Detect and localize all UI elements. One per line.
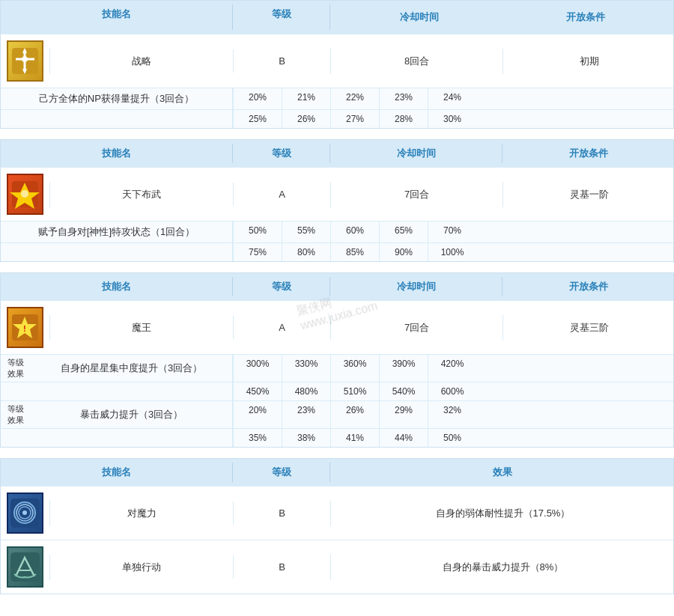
skill3-eff1-r1-v1: 300%: [233, 355, 282, 382]
passive1-level: B: [233, 501, 330, 525]
skill3-level: A: [233, 316, 330, 339]
skill1-name: 战略: [49, 49, 233, 74]
skill2-header-level: 等级: [233, 144, 330, 163]
skill1-eff-row1: 己方全体的NP获得量提升（3回合） 20% 21% 22% 23% 24%: [1, 88, 673, 109]
skill3-eff2-label-tag: 等级效果: [1, 401, 31, 428]
passive1-icon: [7, 493, 43, 534]
skill1-eff-label2: [1, 110, 233, 128]
skill1-header-unlock: 开放条件: [503, 7, 669, 27]
zhanlie-icon-svg: [8, 44, 42, 78]
skill2-name: 天下布武: [49, 182, 233, 207]
skill3-eff2-r2-v2: 38%: [282, 429, 330, 447]
skill1-cooldown: 8回合: [330, 49, 503, 74]
passive2-name: 单独行动: [49, 555, 233, 580]
skill2-eff-r1-v3: 60%: [330, 222, 379, 243]
dandu-icon-svg: [8, 550, 42, 584]
skill2-row: 天下布武 A 7回合 灵基一阶: [1, 167, 673, 221]
skill3-eff1-r2-v2: 480%: [282, 382, 330, 400]
passive-header-name: 技能名: [1, 463, 233, 482]
skill3-eff1-r1-v4: 390%: [379, 355, 428, 382]
skill3-eff2-r1-v4: 29%: [379, 401, 428, 428]
skill3-header-name: 技能名: [1, 277, 233, 296]
skill3-section: 技能名 等级 冷却时间 开放条件 ! 魔王 A 7回合 灵基三阶 等级效果 自身…: [0, 272, 674, 448]
skill3-eff1-label-tag: 等级效果: [1, 355, 31, 382]
skill3-unlock: 灵基三阶: [503, 315, 674, 341]
passive2-row: 单独行动 B 自身的暴击威力提升（8%）: [1, 540, 673, 594]
skill3-cooldown: 7回合: [330, 315, 503, 341]
skill2-level: A: [233, 183, 330, 206]
skill3-header-level: 等级: [233, 277, 330, 296]
passive1-row: 对魔力 B 自身的弱体耐性提升（17.5%）: [1, 486, 673, 540]
tianxia-icon-svg: [8, 177, 42, 211]
skill1-eff-label: 己方全体的NP获得量提升（3回合）: [1, 88, 233, 109]
passive2-effect: 自身的暴击威力提升（8%）: [330, 555, 674, 580]
skill2-section: 技能名 等级 冷却时间 开放条件 天下布武 A 7回合 灵基一阶 赋予自身对[神…: [0, 139, 674, 262]
skill1-eff-r2-v2: 26%: [282, 110, 330, 128]
skill2-eff-r2-v1: 75%: [233, 243, 282, 261]
skill3-eff2-r2-v1: 35%: [233, 429, 282, 447]
skill3-icon-cell: !: [1, 301, 49, 354]
skill3-eff2-r1-v2: 23%: [282, 401, 330, 428]
skill1-eff-r1-v3: 22%: [330, 88, 379, 109]
skill1-level: B: [233, 49, 330, 73]
skill1-icon-cell: [1, 34, 49, 88]
passive-header-level: 等级: [233, 463, 330, 482]
skill3-eff1-r1-v5: 420%: [428, 355, 476, 382]
skill3-eff2-r1-v3: 26%: [330, 401, 379, 428]
skill1-icon: [7, 40, 43, 82]
skill2-eff-row2: 75% 80% 85% 90% 100%: [1, 243, 673, 261]
skill3-eff2-r1-v1: 20%: [233, 401, 282, 428]
skill3-eff2-r2-v3: 41%: [330, 429, 379, 447]
skill3-header-unlock: 开放条件: [503, 277, 674, 296]
skill2-eff-r1-v2: 55%: [282, 222, 330, 243]
skill3-eff1-r2-v1: 450%: [233, 382, 282, 400]
skill2-header-cooldown: 冷却时间: [330, 144, 503, 163]
svg-point-15: [22, 510, 27, 515]
skill1-eff-r2-v5: 30%: [428, 110, 476, 128]
passive1-icon-cell: [1, 487, 49, 540]
skill2-header-name: 技能名: [1, 144, 233, 163]
skill1-section: 技能名 等级 冷却时间 开放条件 战略 B 8回合 初期: [0, 0, 674, 129]
skill3-row: ! 魔王 A 7回合 灵基三阶: [1, 300, 673, 354]
skill2-eff-r2-v4: 90%: [379, 243, 428, 261]
skill1-header-cooldown: 冷却时间: [336, 7, 503, 27]
skill1-row: 战略 B 8回合 初期: [1, 34, 673, 88]
skill2-eff-r1-v4: 65%: [379, 222, 428, 243]
skill2-eff-r1-v5: 70%: [428, 222, 476, 243]
skill2-eff-r2-v5: 100%: [428, 243, 476, 261]
skill3-eff1-row1: 等级效果 自身的星星集中度提升（3回合） 300% 330% 360% 390%…: [1, 354, 673, 382]
passive2-icon: [7, 546, 43, 588]
mowang-icon-svg: !: [8, 311, 42, 344]
duimoli-icon-svg: [8, 496, 42, 530]
skill3-eff2-r2-v5: 50%: [428, 429, 476, 447]
skill2-unlock: 灵基一阶: [503, 182, 674, 207]
skill1-unlock: 初期: [503, 49, 674, 74]
skill3-eff1-r2-v4: 540%: [379, 382, 428, 400]
passive-header: 技能名 等级 效果: [1, 459, 673, 486]
skill1-header: 技能名 等级 冷却时间 开放条件: [1, 1, 673, 34]
skill1-eff-r1-v5: 24%: [428, 88, 476, 109]
skill3-eff1-r1-v2: 330%: [282, 355, 330, 382]
skill3-header-cooldown: 冷却时间: [330, 277, 503, 296]
skill3-eff2-r2-v4: 44%: [379, 429, 428, 447]
skill3-eff1-r1-v3: 360%: [330, 355, 379, 382]
skill2-eff-r2-v3: 85%: [330, 243, 379, 261]
skill1-eff-r2-v1: 25%: [233, 110, 282, 128]
skill3-icon: !: [7, 307, 43, 348]
skill1-eff-r2-v4: 28%: [379, 110, 428, 128]
skill3-eff1-label: 自身的星星集中度提升（3回合）: [31, 355, 233, 382]
svg-text:!: !: [23, 325, 25, 333]
skill2-header-unlock: 开放条件: [503, 144, 674, 163]
skill2-eff-label2: [1, 243, 233, 261]
passive1-effect: 自身的弱体耐性提升（17.5%）: [330, 501, 674, 526]
skill3-eff2-label: 暴击威力提升（3回合）: [31, 401, 233, 428]
skill3-eff1-row2: 450% 480% 510% 540% 600%: [1, 382, 673, 400]
passive-section: 技能名 等级 效果 对魔力 B 自身的弱体耐性提升（17.5%）: [0, 458, 674, 594]
skill2-icon: [7, 174, 43, 215]
skill3-header: 技能名 等级 冷却时间 开放条件: [1, 273, 673, 300]
skill2-eff-row1: 赋予自身对[神性]特攻状态（1回合） 50% 55% 60% 65% 70%: [1, 221, 673, 243]
svg-point-5: [22, 56, 28, 62]
skill1-eff-r2-v3: 27%: [330, 110, 379, 128]
skill3-eff2-row2: 35% 38% 41% 44% 50%: [1, 428, 673, 447]
skill1-eff-r1-v4: 23%: [379, 88, 428, 109]
